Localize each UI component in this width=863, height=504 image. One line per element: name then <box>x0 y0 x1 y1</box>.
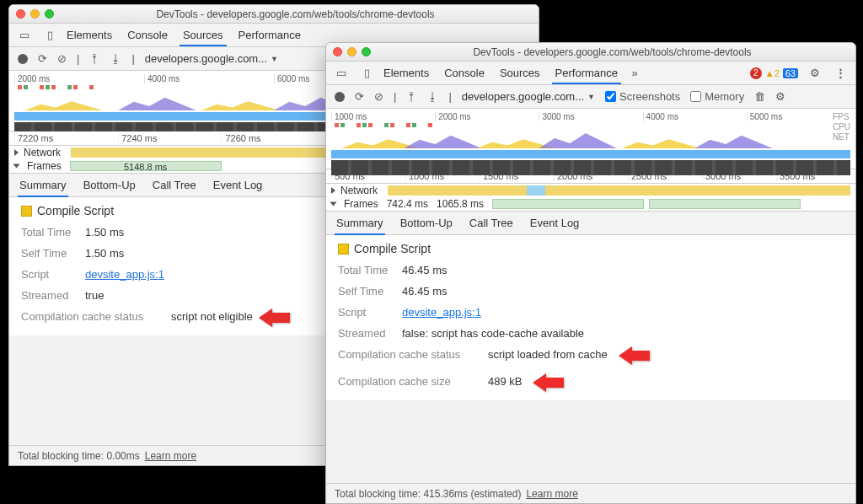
minimize-icon[interactable] <box>347 47 356 56</box>
scripting-color-icon <box>21 206 32 217</box>
device-toggle-icon[interactable]: ▯ <box>358 65 375 82</box>
zoom-icon[interactable] <box>362 47 371 56</box>
reload-icon[interactable]: ⟳ <box>38 52 47 65</box>
event-name: Compile Script <box>354 242 431 255</box>
error-badge[interactable]: 2 <box>750 67 762 79</box>
tab-summary[interactable]: Summary <box>336 217 383 229</box>
record-icon[interactable] <box>335 92 345 102</box>
frame-value: 742.4 ms <box>387 198 428 210</box>
recording-selector[interactable]: developers.google.com...▼ <box>145 52 278 65</box>
upload-icon[interactable]: ⭱ <box>89 52 100 65</box>
tab-sources[interactable]: Sources <box>500 67 540 79</box>
devtools-window-after: DevTools - developers.google.com/web/too… <box>325 42 856 504</box>
overview-timeline[interactable]: 1000 ms 2000 ms 3000 ms 4000 ms 5000 ms … <box>326 109 855 169</box>
clear-icon[interactable]: ⊘ <box>374 90 383 103</box>
analysis-tabs: Summary Bottom-Up Call Tree Event Log <box>326 212 855 235</box>
inspect-icon[interactable]: ▭ <box>333 65 350 82</box>
tab-sources[interactable]: Sources <box>183 29 223 41</box>
download-icon[interactable]: ⭳ <box>427 90 438 103</box>
capture-settings-gear-icon[interactable]: ⚙ <box>775 90 785 103</box>
blocking-time-label: Total blocking time: 0.00ms <box>18 450 140 462</box>
gear-icon[interactable]: ⚙ <box>807 65 823 82</box>
inspect-icon[interactable]: ▭ <box>16 27 33 44</box>
script-link[interactable]: devsite_app.js:1 <box>402 306 481 319</box>
tick: 1000 ms <box>331 112 435 121</box>
trash-icon[interactable]: 🗑 <box>754 90 765 103</box>
record-icon[interactable] <box>18 54 28 64</box>
tick: 2000 ms <box>435 112 539 121</box>
device-toggle-icon[interactable]: ▯ <box>41 27 58 44</box>
learn-more-link[interactable]: Learn more <box>526 488 577 500</box>
screenshots-checkbox[interactable]: Screenshots <box>605 90 680 103</box>
kebab-menu-icon[interactable]: ⋮ <box>832 65 849 82</box>
minimize-icon[interactable] <box>30 9 40 19</box>
blocking-time-label: Total blocking time: 415.36ms (estimated… <box>335 488 521 500</box>
frame-block[interactable] <box>649 199 801 209</box>
memory-checkbox[interactable]: Memory <box>690 90 744 103</box>
tab-performance[interactable]: Performance <box>239 29 301 41</box>
info-badge[interactable]: 63 <box>783 68 798 78</box>
performance-controls: ⟳ ⊘ | ⭱ ⭳ | developers.google.com...▼ Sc… <box>326 85 855 109</box>
tab-elements[interactable]: Elements <box>67 29 112 41</box>
event-name: Compile Script <box>37 204 114 217</box>
frame-block[interactable] <box>492 199 644 209</box>
frame-value: 1065.8 ms <box>437 198 484 210</box>
window-title: DevTools - developers.google.com/web/too… <box>59 8 532 20</box>
tab-bottom-up[interactable]: Bottom-Up <box>400 217 453 229</box>
tab-console[interactable]: Console <box>444 67 485 79</box>
network-row-label[interactable]: Network <box>340 185 378 196</box>
tick: 4000 ms <box>144 74 274 83</box>
summary-details: Compile Script Total Time46.45 ms Self T… <box>326 235 855 400</box>
learn-more-link[interactable]: Learn more <box>145 450 196 462</box>
tab-call-tree[interactable]: Call Tree <box>469 217 513 229</box>
annotation-arrow-icon <box>631 346 663 365</box>
close-icon[interactable] <box>333 47 342 56</box>
tab-summary[interactable]: Summary <box>19 179 67 191</box>
annotation-arrow-icon <box>271 308 303 327</box>
tab-console[interactable]: Console <box>127 29 168 41</box>
titlebar[interactable]: DevTools - developers.google.com/web/too… <box>326 43 855 62</box>
tick: 3000 ms <box>539 112 642 121</box>
scripting-color-icon <box>338 244 349 255</box>
download-icon[interactable]: ⭳ <box>110 52 121 65</box>
tab-event-log[interactable]: Event Log <box>530 217 580 229</box>
upload-icon[interactable]: ⭱ <box>406 90 417 103</box>
zoom-icon[interactable] <box>45 9 54 19</box>
recording-selector[interactable]: developers.google.com...▼ <box>462 90 595 103</box>
status-bar: Total blocking time: 415.36ms (estimated… <box>326 483 855 503</box>
chevron-down-icon[interactable] <box>330 202 337 206</box>
network-bar <box>388 185 850 196</box>
reload-icon[interactable]: ⟳ <box>355 90 364 103</box>
titlebar[interactable]: DevTools - developers.google.com/web/too… <box>9 5 539 24</box>
tab-elements[interactable]: Elements <box>383 67 429 79</box>
clear-icon[interactable]: ⊘ <box>57 52 67 65</box>
network-row-label[interactable]: Network <box>24 147 61 158</box>
warning-badge[interactable]: ▲2 <box>765 68 780 78</box>
chevron-right-icon[interactable] <box>331 187 335 194</box>
window-title: DevTools - developers.google.com/web/too… <box>376 46 849 58</box>
more-tabs-icon[interactable]: » <box>626 65 643 82</box>
close-icon[interactable] <box>16 9 25 19</box>
tick: 2000 ms <box>14 74 144 83</box>
frames-row-label[interactable]: Frames <box>27 160 62 172</box>
frames-row-label[interactable]: Frames <box>344 198 378 210</box>
chevron-right-icon[interactable] <box>14 149 19 156</box>
tab-bottom-up[interactable]: Bottom-Up <box>83 179 136 191</box>
script-link[interactable]: devsite_app.js:1 <box>85 268 164 281</box>
tick: 4000 ms <box>643 112 747 121</box>
frame-block[interactable]: 5148.8 ms <box>70 161 222 171</box>
chevron-down-icon[interactable] <box>13 164 20 169</box>
tab-event-log[interactable]: Event Log <box>213 179 263 191</box>
annotation-arrow-icon <box>545 373 577 392</box>
main-toolbar: ▭ ▯ Elements Console Sources Performance… <box>326 62 855 85</box>
tab-performance[interactable]: Performance <box>555 67 618 79</box>
tab-call-tree[interactable]: Call Tree <box>153 179 196 191</box>
